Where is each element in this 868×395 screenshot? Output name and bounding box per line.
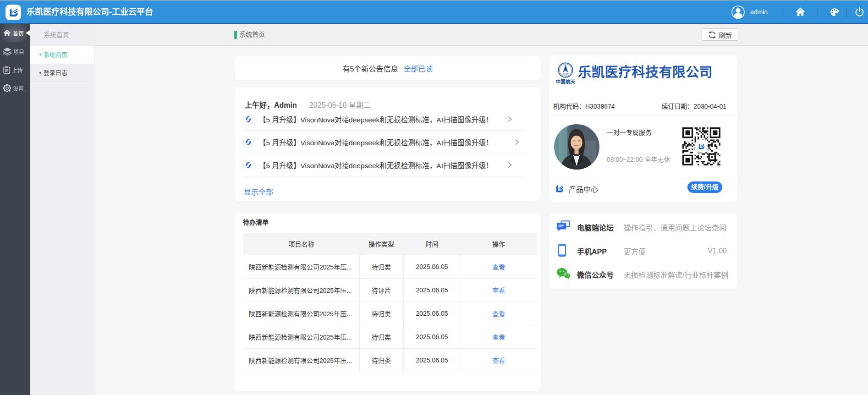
svg-text:CASC: CASC xyxy=(563,73,569,76)
